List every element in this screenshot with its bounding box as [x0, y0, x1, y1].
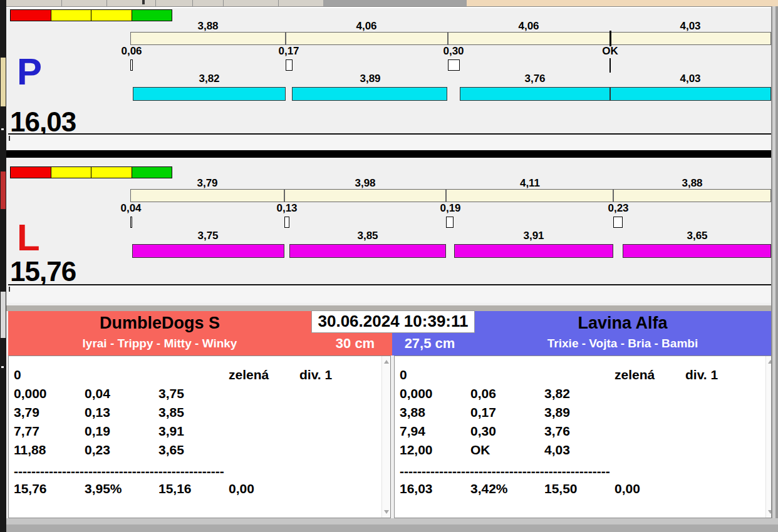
changeover-box [130, 59, 133, 71]
timing-screen: { "datetime": "30.06.2024 10:39:11", "la… [0, 0, 778, 532]
cumulative-time: 0,000 [400, 386, 433, 401]
traffic-light-bar [10, 9, 172, 21]
changeover-time: 0,17 [470, 405, 496, 420]
dog-time-label: 3,76 [524, 73, 545, 84]
split-bar-segment [613, 189, 771, 202]
background-left-strip [0, 0, 6, 532]
strip-divider [106, 0, 107, 6]
traffic-light-yellow-2 [91, 10, 132, 21]
card-color-label: zelená [615, 367, 655, 382]
split-time-label: 3,98 [355, 178, 375, 189]
ok-marker-bar-tick [609, 31, 611, 46]
strip-notch [142, 0, 145, 4]
lane-panel-l: L 15,76 3,790,043,753,980,133,854,110,19… [8, 161, 771, 303]
window-bottom-border [6, 518, 778, 532]
separator-dashes: ----------------------------------------… [400, 464, 610, 479]
dog-time: 3,82 [544, 386, 570, 401]
traffic-light-bar [10, 166, 172, 178]
changeover-time-label: 0,30 [443, 46, 464, 57]
result-text-area-left[interactable]: 0zelenádiv. 10,0000,043,753,790,133,857,… [8, 356, 391, 518]
split-bar-segment [286, 32, 448, 45]
ok-marker-line [609, 58, 611, 73]
cumulative-time: 11,88 [14, 442, 46, 458]
faults-count: 0 [400, 367, 407, 382]
dog-time: 3,89 [544, 405, 570, 420]
scroll-up-icon[interactable] [384, 360, 389, 364]
division-label: div. 1 [299, 367, 332, 382]
separator-dashes: ----------------------------------------… [14, 464, 224, 479]
net-time: 15,50 [544, 481, 578, 496]
changeover-time: 0,30 [470, 424, 496, 439]
changeover-time-label: OK [602, 46, 618, 57]
changeover-time: 0,06 [470, 386, 496, 401]
team-name: Lavina Alfa [474, 312, 771, 334]
traffic-light-yellow-1 [51, 10, 92, 21]
footer-tick [9, 287, 10, 292]
loss-percent: 3,42% [470, 481, 508, 496]
lane-footer-strip [8, 284, 771, 303]
scrollbar[interactable] [381, 356, 390, 518]
changeover-time-label: 0,13 [276, 203, 297, 214]
dog-time: 3,76 [544, 424, 570, 439]
changeover-box [284, 217, 289, 228]
dog-time-bar [133, 87, 286, 101]
split-bar-segment [448, 32, 610, 45]
dog-time-bar [610, 87, 771, 101]
changeover-box [613, 217, 623, 228]
changeover-time-label: 0,17 [278, 46, 299, 57]
lane-bar-zone: 3,880,063,824,060,173,894,060,303,764,03… [8, 8, 771, 150]
division-label: div. 1 [685, 367, 718, 382]
split-time-label: 4,06 [518, 21, 539, 32]
dog-time-label: 3,91 [523, 230, 544, 242]
total-time: 15,76 [14, 481, 47, 496]
traffic-light-yellow-1 [51, 167, 92, 178]
team-dogs-list: Trixie - Vojta - Bria - Bambi [474, 337, 771, 350]
left-strip-fragment [1, 292, 6, 338]
dog-time: 3,91 [158, 424, 184, 439]
background-window-strip [0, 0, 778, 6]
split-time-label: 4,03 [680, 21, 700, 32]
changeover-time: OK [470, 442, 490, 458]
dog-time-label: 4,03 [680, 73, 700, 84]
total-time: 16,03 [400, 481, 433, 496]
cumulative-time: 7,77 [14, 424, 39, 439]
split-bar-segment [130, 32, 286, 45]
changeover-time: 0,04 [85, 386, 110, 401]
strip-dark-segment [323, 0, 467, 6]
changeover-box [446, 217, 454, 228]
traffic-light-red [11, 167, 51, 178]
team-name: DumbleDogs S [8, 312, 311, 334]
left-strip-fragment [1, 58, 6, 106]
dog-time-label: 3,89 [360, 73, 380, 84]
dog-time: 3,75 [158, 386, 184, 401]
traffic-light-green [132, 167, 172, 178]
scroll-down-icon[interactable] [384, 510, 389, 514]
dog-time-bar [289, 244, 446, 258]
strip-peach-segment [467, 0, 778, 6]
window-right-border [771, 6, 778, 532]
dog-time: 4,03 [544, 442, 570, 458]
traffic-light-green [132, 10, 172, 21]
traffic-light-red [11, 10, 51, 21]
strip-divider [192, 0, 193, 6]
lane-divider-bar [6, 150, 771, 158]
changeover-box [130, 217, 132, 228]
cumulative-time: 3,79 [14, 405, 39, 420]
loss-percent: 3,95% [85, 481, 122, 496]
lane-footer-strip [8, 133, 771, 150]
cumulative-time: 7,94 [400, 424, 425, 439]
dog-time-label: 3,75 [197, 230, 218, 242]
team-dogs-list: lyrai - Trippy - Mitty - Winky [8, 337, 311, 350]
dog-time-bar [292, 87, 447, 101]
lane-panel-p: P 16,03 3,880,063,824,060,173,894,060,30… [8, 8, 771, 150]
split-time-label: 3,79 [197, 178, 217, 189]
changeover-time-label: 0,19 [440, 203, 460, 214]
result-text-area-right[interactable]: 0zelenádiv. 10,0000,063,823,880,173,897,… [394, 356, 775, 518]
cumulative-time: 0,000 [14, 386, 47, 401]
dog-time: 3,85 [158, 405, 184, 420]
jump-height-label: 27,5 cm [395, 335, 464, 352]
split-bar-segment [610, 32, 771, 45]
split-time-label: 4,11 [520, 178, 540, 189]
changeover-time: 0,23 [85, 442, 110, 458]
dog-time-bar [454, 244, 613, 258]
